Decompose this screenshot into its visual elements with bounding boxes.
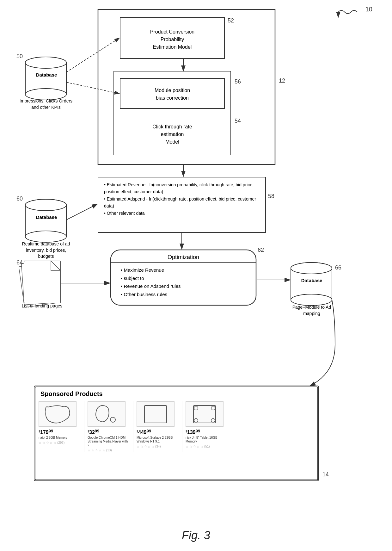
- db66-sublabel: Page+Module to Ad mapping: [286, 304, 337, 317]
- svg-point-39: [194, 406, 198, 410]
- svg-line-29: [66, 82, 119, 94]
- svg-rect-23: [19, 262, 59, 307]
- svg-rect-37: [144, 406, 167, 423]
- product-name-2: Google ChromeCM 1 HDMI Streaming Media P…: [88, 436, 131, 447]
- svg-rect-24: [21, 261, 59, 305]
- db50-sublabel: Impressions, Clicks Orders and other KPI…: [18, 98, 74, 110]
- ref-64: 64: [16, 259, 23, 266]
- product-stars-3: ☆ ☆ ☆ ☆ ☆ (34): [137, 445, 161, 448]
- svg-rect-38: [193, 406, 216, 423]
- ref-54: 54: [235, 118, 241, 124]
- svg-rect-20: [291, 268, 332, 300]
- product-img-2: [88, 401, 126, 427]
- ref-58: 58: [268, 193, 274, 200]
- product-img-4: [186, 401, 224, 427]
- svg-point-36: [110, 417, 115, 422]
- svg-line-27: [51, 261, 60, 270]
- ref-50: 50: [16, 53, 23, 60]
- svg-point-15: [25, 199, 66, 211]
- module-bias-label: Module positionbias correction: [121, 80, 224, 108]
- estimated-revenue-text: • Estimated Revenue - fn(conversion prob…: [100, 178, 265, 220]
- optimization-bullets: • Maximize Revenue • subject to • Revenu…: [116, 263, 255, 301]
- svg-point-17: [25, 231, 66, 242]
- svg-rect-12: [25, 63, 66, 94]
- svg-line-32: [66, 204, 97, 220]
- ref-66: 66: [335, 264, 341, 271]
- product-model-label: Product ConversionProbabilityEstimation …: [121, 20, 224, 59]
- ref-10: 10: [365, 6, 372, 13]
- product-name-1: naibi 2 8GB Memory: [39, 436, 67, 440]
- product-item-1: $17999 naibi 2 8GB Memory ☆ ☆ ☆ ☆ ☆ (293…: [39, 401, 84, 452]
- sponsored-title: Sponsored Products: [35, 387, 317, 399]
- sponsored-products-box: Sponsored Products $17999 naibi 2 8GB Me…: [35, 387, 318, 480]
- product-img-1: [39, 401, 77, 427]
- svg-point-22: [291, 263, 332, 274]
- product-stars-1: ☆ ☆ ☆ ☆ ☆ (293): [39, 441, 64, 444]
- db50-label: Database: [26, 72, 67, 77]
- svg-point-40: [211, 406, 215, 410]
- product-img-3: [137, 401, 175, 427]
- product-item-2: $3299 Google ChromeCM 1 HDMI Streaming M…: [88, 401, 133, 452]
- svg-rect-25: [24, 261, 60, 303]
- svg-point-18: [25, 199, 66, 211]
- svg-marker-26: [51, 261, 60, 270]
- db60-label: Database: [26, 214, 67, 220]
- product-price-1: $17999: [39, 429, 53, 435]
- ref-12: 12: [279, 77, 285, 84]
- ref-14: 14: [322, 471, 329, 478]
- svg-point-42: [211, 418, 215, 422]
- db60-sublabel: Realtime database of ad inventory, bid p…: [18, 241, 74, 260]
- product-name-3: Microsoft Surface 2 32GB Windows RT 9.1: [137, 436, 180, 443]
- product-item-4: $13999 nick Jr, 5" Tablet 16GB Memory ☆ …: [186, 401, 231, 452]
- ref-56: 56: [235, 78, 241, 85]
- ref-52: 52: [228, 17, 234, 24]
- svg-point-11: [25, 57, 66, 68]
- svg-point-19: [291, 263, 332, 274]
- product-price-2: $3299: [88, 429, 99, 435]
- svg-point-41: [194, 418, 198, 422]
- products-row: $17999 naibi 2 8GB Memory ☆ ☆ ☆ ☆ ☆ (293…: [35, 399, 317, 454]
- ctr-model-label: Click through rateestimationModel: [114, 115, 231, 154]
- product-item-3: $44999 Microsoft Surface 2 32GB Windows …: [137, 401, 182, 452]
- product-stars-4: ☆ ☆ ☆ ☆ ☆ (51): [186, 445, 210, 448]
- ref-60: 60: [16, 195, 23, 202]
- optimization-title: Optimization: [111, 251, 256, 263]
- svg-point-14: [25, 57, 66, 68]
- product-price-4: $13999: [186, 429, 200, 435]
- svg-line-28: [66, 38, 119, 72]
- db66-label: Database: [291, 278, 332, 283]
- landing-pages-label: List of landing pages: [21, 303, 63, 309]
- ref-62: 62: [258, 247, 264, 253]
- product-name-4: nick Jr, 5" Tablet 16GB Memory: [186, 436, 229, 443]
- product-stars-2: ☆ ☆ ☆ ☆ ☆ (13): [88, 449, 112, 452]
- svg-rect-16: [25, 205, 66, 237]
- product-price-3: $44999: [137, 429, 151, 435]
- figure-caption: Fig. 3: [149, 529, 243, 542]
- svg-point-21: [291, 294, 332, 306]
